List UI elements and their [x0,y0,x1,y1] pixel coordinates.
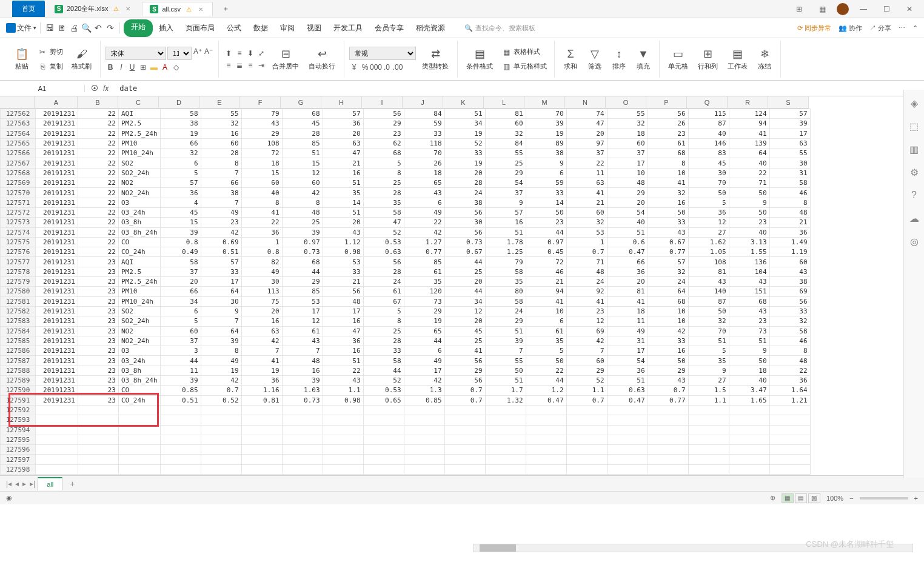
cell[interactable] [648,415,688,425]
cell[interactable]: 8 [363,316,404,326]
cell[interactable]: 53 [323,257,363,267]
cell[interactable]: 60 [769,257,810,267]
cell[interactable]: 7 [241,346,282,356]
cell[interactable]: 1.7 [485,386,526,395]
cell[interactable]: 21 [526,277,566,287]
cell[interactable] [323,464,363,474]
type-convert-button[interactable]: ⇄类型转换 [418,46,452,72]
page-break-view-button[interactable]: ▨ [808,493,820,503]
cell[interactable] [78,464,119,474]
cell[interactable]: 23 [78,356,119,366]
cell[interactable] [201,445,241,455]
cell[interactable]: 38 [526,149,566,158]
cell[interactable]: 57 [323,109,363,119]
cell[interactable] [769,435,810,444]
cell[interactable]: 26 [404,158,444,168]
cell[interactable]: 22 [78,138,119,148]
cell[interactable]: 0.8 [241,247,282,257]
cell[interactable]: 0.7 [444,395,485,405]
cell[interactable]: 47 [363,218,404,227]
cell-button[interactable]: ▭单元格 [665,46,692,72]
border-icon[interactable]: ⊞ [138,62,148,72]
cell[interactable] [444,445,485,455]
column-header[interactable]: J [403,96,443,108]
cell[interactable] [119,435,161,444]
grid-icon[interactable]: ⊞ [791,5,808,13]
cell[interactable]: 39 [282,227,323,237]
cell[interactable]: 1.1 [688,395,729,405]
cell[interactable]: 22 [404,218,444,227]
cell[interactable]: 0.49 [160,247,201,257]
cell[interactable]: 68 [282,257,323,267]
cell[interactable]: 20191231 [36,356,78,366]
layers-icon[interactable]: ▥ [908,143,920,155]
cell[interactable]: 68 [648,149,688,158]
cell[interactable] [566,435,607,444]
cell[interactable]: 1.62 [688,237,729,247]
cell[interactable]: 70 [688,326,729,336]
cell[interactable] [526,455,566,464]
cell[interactable]: 1 [241,237,282,247]
cell[interactable]: 30 [241,277,282,287]
cell[interactable] [769,464,810,474]
cell[interactable] [566,425,607,435]
cell[interactable]: 0.6 [607,237,648,247]
cell[interactable]: 0.98 [323,247,363,257]
cell[interactable]: CO [119,386,161,395]
cell[interactable]: 32 [566,218,607,227]
cell[interactable]: 23 [78,386,119,395]
cell[interactable]: 18 [607,129,648,138]
cell[interactable]: 0.7 [566,247,607,257]
cell[interactable] [688,435,729,444]
cell[interactable]: 16 [323,346,363,356]
cell[interactable]: 0.97 [282,237,323,247]
cell[interactable]: 32 [648,267,688,276]
cell[interactable]: SO2_24h [119,316,161,326]
cell[interactable]: 48 [323,296,363,306]
cell[interactable]: 19 [404,316,444,326]
cell[interactable]: 57 [485,207,526,217]
cell[interactable]: 92 [566,287,607,296]
cell[interactable]: 118 [404,138,444,148]
cell[interactable]: 41 [566,188,607,198]
cell[interactable] [119,455,161,464]
cell[interactable]: PM10 [119,287,161,296]
cell[interactable]: 23 [363,129,404,138]
cell[interactable]: 40 [688,129,729,138]
cell[interactable]: 1.1 [566,386,607,395]
cell[interactable]: 44 [526,227,566,237]
cell[interactable]: 139 [729,138,769,148]
menu-tab-2[interactable]: 页面布局 [179,19,221,37]
cell[interactable]: 37 [607,149,648,158]
wrap-button[interactable]: ↩自动换行 [305,46,339,72]
cell[interactable]: 22 [241,218,282,227]
cell[interactable]: 23 [78,287,119,296]
cell[interactable]: CO_24h [119,247,161,257]
cell[interactable]: 16 [323,168,363,178]
row-header[interactable]: 127581 [1,296,36,306]
cell[interactable]: PM2.5_24h [119,129,161,138]
cell[interactable] [363,455,404,464]
cell[interactable]: 42 [282,188,323,198]
cell[interactable]: 1.2 [526,386,566,395]
cell[interactable]: 27 [688,376,729,386]
cell[interactable]: 35 [688,356,729,366]
cell[interactable]: 85 [404,257,444,267]
cell[interactable]: 0.67 [648,237,688,247]
row-header[interactable]: 127574 [1,227,36,237]
cell[interactable]: 75 [241,296,282,306]
cell[interactable]: 108 [688,257,729,267]
cell[interactable]: 0.63 [607,386,648,395]
cell[interactable]: 41 [648,178,688,188]
cell[interactable]: 0.69 [201,237,241,247]
cell[interactable]: 57 [648,257,688,267]
cell[interactable]: 17 [769,129,810,138]
cell[interactable]: 33 [404,129,444,138]
row-header[interactable]: 127569 [1,178,36,188]
cell[interactable]: 68 [282,109,323,119]
cell[interactable]: 40 [607,218,648,227]
cell[interactable]: 63 [241,326,282,336]
cell[interactable]: 0.7 [566,395,607,405]
cell[interactable]: 57 [769,109,810,119]
menu-tab-8[interactable]: 会员专享 [369,19,410,37]
